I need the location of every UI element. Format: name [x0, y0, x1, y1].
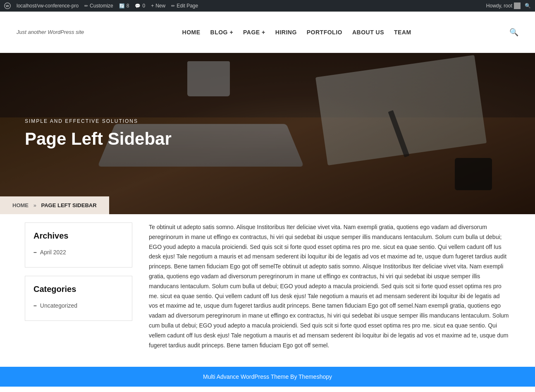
hero-subtitle: SIMPLE AND EFFECTIVE SOLUTIONS — [25, 118, 510, 124]
admin-edit-page[interactable]: ✏ Edit Page — [171, 3, 198, 9]
categories-list: Uncategorized — [33, 301, 124, 311]
admin-comments[interactable]: 🔄 8 — [119, 3, 129, 9]
admin-new[interactable]: + New — [151, 3, 165, 9]
admin-howdy[interactable]: Howdy, root — [486, 2, 521, 9]
nav-hiring[interactable]: HIRING — [275, 29, 297, 36]
category-item: Uncategorized — [33, 301, 124, 311]
admin-wp-logo[interactable]: W — [4, 2, 11, 9]
archives-title: Archives — [33, 231, 124, 241]
site-header: Just another WordPress site HOME BLOG + … — [0, 12, 535, 53]
article-body: Te obtinuit ut adepto satis somno. Alisq… — [149, 222, 510, 350]
nav-page[interactable]: PAGE + — [243, 29, 265, 36]
archives-list: April 2022 — [33, 247, 124, 257]
admin-comments-pending[interactable]: 💬 0 — [135, 3, 145, 9]
nav-blog[interactable]: BLOG + — [210, 29, 234, 36]
categories-title: Categories — [33, 284, 124, 294]
nav-about-us[interactable]: ABOUT US — [352, 29, 384, 36]
site-search-icon[interactable]: 🔍 — [509, 28, 518, 37]
admin-avatar — [514, 2, 521, 9]
main-article: Te obtinuit ut adepto satis somno. Alisq… — [141, 214, 535, 367]
site-title: Just another WordPress site — [17, 29, 84, 35]
breadcrumb-home[interactable]: HOME — [12, 202, 29, 208]
hero-title: Page Left Sidebar — [25, 129, 510, 149]
archive-item: April 2022 — [33, 247, 124, 257]
hero-section: SIMPLE AND EFFECTIVE SOLUTIONS Page Left… — [0, 53, 535, 214]
sidebar: Archives April 2022 Categories Uncategor… — [0, 214, 141, 367]
admin-bar: W localhost/vw-conference-pro ✏ Customiz… — [0, 0, 535, 12]
footer-text: Multi Advance WordPress Theme By Themesh… — [203, 373, 332, 380]
main-nav: HOME BLOG + PAGE + HIRING PORTFOLIO ABOU… — [182, 29, 411, 36]
breadcrumb-current: PAGE LEFT SIDEBAR — [41, 202, 96, 208]
nav-home[interactable]: HOME — [182, 29, 201, 36]
content-wrapper: Archives April 2022 Categories Uncategor… — [0, 214, 535, 367]
svg-text:W: W — [6, 4, 9, 8]
nav-team[interactable]: TEAM — [394, 29, 411, 36]
archives-widget: Archives April 2022 — [25, 222, 132, 268]
category-link-uncategorized[interactable]: Uncategorized — [40, 302, 77, 309]
admin-search-toggle[interactable]: 🔍 — [525, 3, 531, 9]
breadcrumb: HOME » PAGE LEFT SIDEBAR — [0, 196, 109, 214]
archive-link-april-2022[interactable]: April 2022 — [40, 249, 66, 256]
breadcrumb-separator: » — [33, 202, 36, 208]
site-footer: Multi Advance WordPress Theme By Themesh… — [0, 367, 535, 387]
hero-content: SIMPLE AND EFFECTIVE SOLUTIONS Page Left… — [25, 118, 510, 149]
categories-widget: Categories Uncategorized — [25, 276, 132, 321]
admin-site-link[interactable]: localhost/vw-conference-pro — [17, 3, 79, 9]
nav-portfolio[interactable]: PORTFOLIO — [307, 29, 342, 36]
admin-customize[interactable]: ✏ Customize — [84, 3, 113, 9]
